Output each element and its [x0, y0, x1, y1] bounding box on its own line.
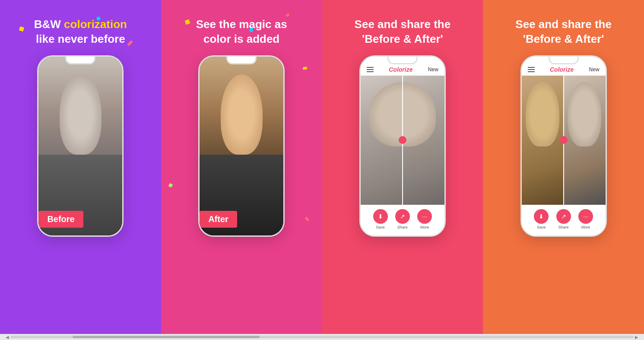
- color-photo: [200, 57, 283, 235]
- app-screen-2: Colorize New ⬇ Save ↗ Share: [522, 57, 606, 235]
- scrollbar[interactable]: ◀ ▶: [0, 334, 644, 340]
- share-button-2[interactable]: ↗ Share: [556, 209, 571, 229]
- confetti-piece: [168, 183, 173, 188]
- title-text-7: See and share the: [515, 18, 612, 31]
- confetti-piece: [127, 40, 133, 46]
- save-label-1: Save: [376, 225, 385, 229]
- before-after-1: [361, 76, 444, 205]
- scroll-right-arrow[interactable]: ▶: [634, 334, 640, 340]
- save-icon-1: ⬇: [373, 209, 388, 224]
- share-label-1: Share: [397, 225, 408, 229]
- title-text-6: 'Before & After': [362, 32, 443, 45]
- confetti-piece: [305, 217, 310, 222]
- share-icon-1: ↗: [395, 209, 410, 224]
- phone-notch-4: [549, 57, 579, 64]
- more-icon-2: ···: [578, 209, 593, 224]
- title-text-1: B&W: [34, 18, 64, 31]
- app-new-2: New: [589, 67, 600, 73]
- confetti-piece: [19, 26, 24, 32]
- panel-3-title: See and share the 'Before & After': [355, 17, 451, 47]
- more-button-1[interactable]: ··· More: [417, 209, 432, 229]
- title-text-3: See the magic as: [196, 18, 287, 31]
- phone-mockup-1: Before: [37, 55, 124, 237]
- save-label-2: Save: [537, 225, 546, 229]
- panel-1-title: B&W colorization like never before: [34, 17, 127, 47]
- save-button-1[interactable]: ⬇ Save: [373, 209, 388, 229]
- app-screenshot: B&W colorization like never before Befor…: [0, 0, 644, 334]
- scroll-left-arrow[interactable]: ◀: [4, 334, 10, 340]
- bw-photo: [38, 57, 122, 235]
- scrollbar-track[interactable]: [10, 336, 634, 338]
- app-new-1: New: [428, 67, 438, 73]
- phone-screen-1: Before: [38, 57, 122, 235]
- confetti-piece: [184, 19, 190, 25]
- save-icon-2: ⬇: [534, 209, 549, 224]
- panel-2-title: See the magic as color is added: [196, 17, 287, 47]
- more-button-2[interactable]: ··· More: [578, 209, 593, 229]
- share-icon-2: ↗: [556, 209, 571, 224]
- more-label-2: More: [581, 225, 590, 229]
- panel-app-2: See and share the 'Before & After' Color…: [483, 0, 644, 334]
- before-after-2: [522, 76, 606, 205]
- title-text-8: 'Before & After': [523, 32, 604, 45]
- phone-notch-3: [387, 57, 418, 64]
- phone-mockup-4: Colorize New ⬇ Save ↗ Share: [520, 55, 607, 237]
- split-right-2: [564, 76, 606, 205]
- panel-app-1: See and share the 'Before & After' Color…: [322, 0, 483, 334]
- more-label-1: More: [420, 225, 429, 229]
- panel-bw: B&W colorization like never before Befor…: [0, 0, 161, 334]
- share-button-1[interactable]: ↗ Share: [395, 209, 410, 229]
- phone-notch-1: [65, 57, 95, 64]
- confetti-piece: [286, 13, 290, 17]
- hamburger-icon-2: [528, 67, 535, 72]
- app-footer-2: ⬇ Save ↗ Share ··· More: [522, 205, 606, 235]
- before-label: Before: [38, 211, 83, 228]
- split-handle-2[interactable]: [560, 136, 568, 144]
- scrollbar-thumb[interactable]: [73, 336, 260, 338]
- split-left-2: [522, 76, 564, 205]
- title-text-5: See and share the: [355, 18, 451, 31]
- title-text-4: color is added: [203, 32, 279, 45]
- title-text-2: like never before: [36, 32, 125, 45]
- more-icon-1: ···: [417, 209, 432, 224]
- phone-screen-2: After: [200, 57, 283, 235]
- split-handle-1[interactable]: [399, 136, 406, 144]
- hamburger-icon-1: [367, 67, 374, 72]
- app-title-2: Colorize: [550, 66, 574, 73]
- share-label-2: Share: [558, 225, 569, 229]
- app-title-1: Colorize: [389, 66, 412, 73]
- app-footer-1: ⬇ Save ↗ Share ··· More: [361, 205, 444, 235]
- panel-4-title: See and share the 'Before & After': [515, 17, 612, 47]
- app-screen-1: Colorize New ⬇ Save ↗ Share: [361, 57, 444, 235]
- panel-color: See the magic as color is added After: [161, 0, 322, 334]
- phone-mockup-2: After: [198, 55, 285, 237]
- confetti-piece: [302, 67, 307, 70]
- title-highlight: colorization: [64, 18, 127, 31]
- phone-mockup-3: Colorize New ⬇ Save ↗ Share: [359, 55, 446, 237]
- after-label: After: [200, 211, 237, 228]
- save-button-2[interactable]: ⬇ Save: [534, 209, 549, 229]
- phone-notch-2: [226, 57, 257, 64]
